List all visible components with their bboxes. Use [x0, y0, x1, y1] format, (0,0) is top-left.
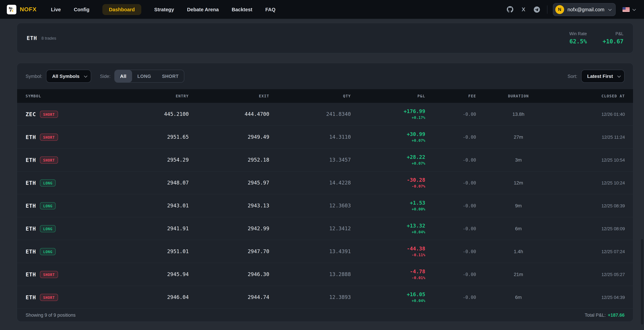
cell-pnl-percent: +0.07% — [351, 138, 425, 143]
header-exit: EXIT — [189, 94, 269, 98]
pnl-cell: +16.05 +0.04% — [351, 291, 425, 303]
side-badge: SHORT — [40, 271, 58, 278]
nav-item-live[interactable]: Live — [51, 7, 61, 12]
cell-symbol: ETH LONG — [17, 248, 109, 255]
cell-pnl-percent: -0.01% — [351, 276, 425, 280]
us-flag-icon — [622, 7, 630, 12]
cell-fee: -0.00 — [425, 203, 476, 208]
cell-exit: 2947.70 — [189, 248, 269, 254]
header-symbol: SYMBOL — [17, 94, 109, 98]
row-symbol: ETH — [26, 294, 36, 300]
nav-item-strategy[interactable]: Strategy — [154, 7, 174, 12]
table-row[interactable]: ETH LONG 2948.07 2945.97 14.4228 -30.28 … — [17, 171, 633, 194]
cell-duration: 3m — [476, 157, 561, 163]
cell-exit: 2942.99 — [189, 225, 269, 232]
cell-qty: 14.4228 — [269, 180, 351, 186]
telegram-icon[interactable] — [534, 6, 540, 13]
nofx-logo-icon[interactable]: No. FX — [7, 5, 16, 14]
side-option-long[interactable]: LONG — [132, 70, 156, 82]
cell-fee: -0.00 — [425, 134, 476, 140]
side-option-short[interactable]: SHORT — [156, 70, 184, 82]
nav-item-backtest[interactable]: Backtest — [232, 7, 252, 12]
cell-entry: 2951.65 — [109, 134, 189, 140]
row-symbol: ETH — [26, 134, 36, 140]
cell-entry: 2941.91 — [109, 225, 189, 232]
language-selector[interactable] — [622, 7, 635, 12]
nav-item-debate-arena[interactable]: Debate Arena — [187, 7, 219, 12]
cell-pnl: -44.38 — [351, 246, 425, 252]
side-option-all[interactable]: All — [114, 70, 132, 82]
chevron-down-icon — [84, 74, 87, 77]
cell-pnl-percent: +0.17% — [351, 116, 425, 120]
cell-fee: -0.00 — [425, 180, 476, 185]
summary-trades-count: 8 trades — [42, 36, 56, 41]
table-row[interactable]: ZEC SHORT 445.2100 444.4700 241.8340 +17… — [17, 103, 633, 126]
cell-symbol: ZEC SHORT — [17, 111, 109, 118]
cell-qty: 13.2888 — [269, 271, 351, 277]
chevron-down-icon — [632, 8, 636, 11]
cell-duration: 27m — [476, 134, 561, 140]
cell-pnl: -4.78 — [351, 268, 425, 275]
table-row[interactable]: ETH SHORT 2951.65 2949.49 14.3110 +30.99… — [17, 126, 633, 149]
win-rate-label: Win Rate — [569, 32, 587, 36]
table-header: SYMBOL ENTRY EXIT QTY P&L FEE DURATION C… — [17, 89, 633, 103]
user-email: nofx@gmail.com — [568, 7, 604, 12]
cell-closed-at: 12/25 07:24 — [561, 249, 633, 254]
cell-pnl: +176.99 — [351, 108, 425, 114]
cell-exit: 2945.97 — [189, 180, 269, 186]
table-row[interactable]: ETH SHORT 2945.94 2946.30 13.2888 -4.78 … — [17, 263, 633, 286]
symbol-summary-card: ETH 8 trades Win Rate 62.5% P&L +10.67 — [17, 23, 634, 53]
cell-closed-at: 12/25 05:27 — [561, 272, 633, 277]
cell-duration: 1.4h — [476, 249, 561, 254]
side-filter-label: Side: — [100, 74, 110, 79]
win-rate-value: 62.5% — [569, 38, 587, 45]
pnl-cell: +30.99 +0.07% — [351, 131, 425, 143]
sort-select[interactable]: Latest First — [581, 70, 624, 83]
cell-entry: 2951.01 — [109, 248, 189, 254]
cell-closed-at: 12/25 08:39 — [561, 203, 633, 208]
nav-item-faq[interactable]: FAQ — [265, 7, 276, 12]
cell-qty: 13.4391 — [269, 248, 351, 254]
side-badge: SHORT — [40, 133, 58, 141]
filter-bar: Symbol: All Symbols Side: All LONG SHORT… — [17, 63, 633, 89]
user-menu-button[interactable]: N nofx@gmail.com — [553, 3, 616, 16]
cell-pnl-percent: -0.07% — [351, 184, 425, 189]
header-duration: DURATION — [476, 94, 561, 98]
nav-item-config[interactable]: Config — [74, 7, 90, 12]
header-qty: QTY — [269, 94, 351, 98]
table-row[interactable]: ETH LONG 2943.01 2943.13 12.3603 +1.53 +… — [17, 194, 633, 217]
x-icon[interactable]: X — [520, 6, 527, 13]
github-icon[interactable] — [507, 6, 514, 13]
cell-duration: 6m — [476, 294, 561, 300]
header-pnl: P&L — [351, 94, 425, 98]
table-row[interactable]: ETH LONG 2951.01 2947.70 13.4391 -44.38 … — [17, 240, 633, 263]
vertical-scrollbar[interactable] — [641, 239, 643, 324]
nav-divider — [547, 5, 548, 14]
cell-entry: 2943.01 — [109, 203, 189, 209]
symbol-filter-select[interactable]: All Symbols — [46, 70, 91, 83]
nav-item-dashboard[interactable]: Dashboard — [102, 4, 141, 15]
table-row[interactable]: ETH SHORT 2954.29 2952.18 13.3457 +28.22… — [17, 149, 633, 171]
cell-symbol: ETH SHORT — [17, 271, 109, 278]
nav-right-cluster: X N nofx@gmail.com — [500, 3, 637, 16]
table-row[interactable]: ETH SHORT 2946.04 2944.74 12.3893 +16.05… — [17, 286, 633, 309]
pnl-cell: -4.78 -0.01% — [351, 268, 425, 280]
cell-qty: 12.3603 — [269, 203, 351, 209]
top-navbar: No. FX NOFX Live Config Dashboard Strate… — [0, 0, 644, 19]
cell-duration: 13.8h — [476, 111, 561, 117]
header-fee: FEE — [425, 94, 476, 98]
positions-card: Symbol: All Symbols Side: All LONG SHORT… — [17, 63, 634, 322]
cell-duration: 6m — [476, 226, 561, 231]
cell-duration: 12m — [476, 180, 561, 185]
cell-symbol: ETH LONG — [17, 179, 109, 186]
pnl-cell: +1.53 +0.00% — [351, 200, 425, 211]
side-badge: SHORT — [40, 111, 58, 118]
pnl-label: P&L — [602, 32, 624, 36]
table-row[interactable]: ETH LONG 2941.91 2942.99 12.3412 +13.32 … — [17, 217, 633, 240]
side-badge: SHORT — [40, 294, 58, 301]
cell-pnl: -30.28 — [351, 177, 425, 183]
cell-entry: 2945.94 — [109, 271, 189, 277]
side-filter-segmented: All LONG SHORT — [114, 70, 184, 83]
side-badge: SHORT — [40, 156, 58, 163]
pnl-cell: +28.22 +0.07% — [351, 154, 425, 166]
